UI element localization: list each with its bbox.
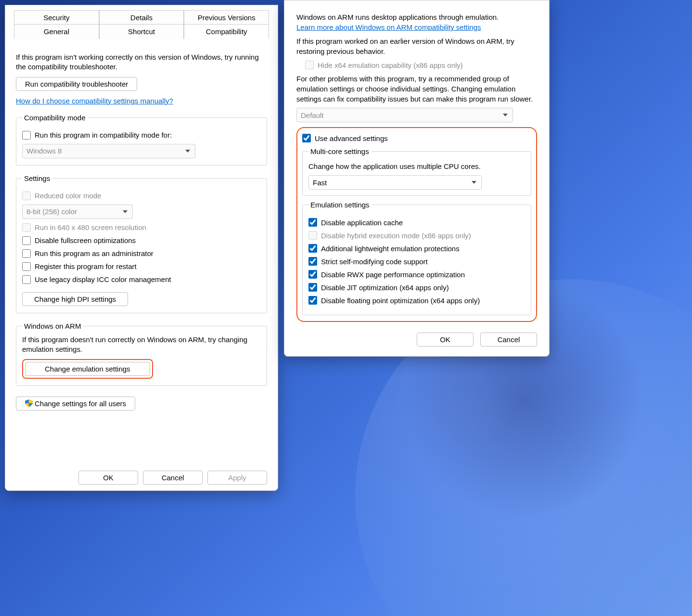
multicore-legend: Multi-core settings <box>308 147 371 155</box>
compatibility-mode-group: Compatibility mode Run this program in c… <box>16 114 267 166</box>
emulation-dialog-footer: OK Cancel <box>296 333 537 346</box>
disable-fp-checkbox[interactable] <box>308 296 317 305</box>
disable-hybrid-label: Disable hybrid execution mode (x86 apps … <box>321 231 471 240</box>
help-link[interactable]: How do I choose compatibility settings m… <box>16 97 173 105</box>
use-advanced-label: Use advanced settings <box>315 134 388 142</box>
run-troubleshooter-button[interactable]: Run compatibility troubleshooter <box>16 77 137 91</box>
compat-mode-checkbox[interactable] <box>22 131 31 140</box>
tab-compatibility[interactable]: Compatibility <box>184 24 269 39</box>
settings-legend: Settings <box>22 174 52 182</box>
reduced-color-label: Reduced color mode <box>35 192 101 200</box>
emulation-cancel-button[interactable]: Cancel <box>480 333 537 346</box>
run-as-admin-label: Run this program as an administrator <box>35 249 154 257</box>
change-settings-all-users-button[interactable]: Change settings for all users <box>16 397 135 411</box>
disable-jit-label: Disable JIT optimization (x64 apps only) <box>321 283 449 292</box>
disable-app-cache-checkbox[interactable] <box>308 218 317 227</box>
all-users-label: Change settings for all users <box>35 399 126 408</box>
color-depth-value: 8-bit (256) color <box>26 207 77 216</box>
other-problems-text: For other problems with this program, tr… <box>296 74 537 104</box>
color-depth-combo: 8-bit (256) color <box>22 205 133 219</box>
disable-fp-label: Disable floating point optimization (x64… <box>321 296 480 305</box>
emulation-legend: Emulation settings <box>308 201 372 209</box>
apply-button[interactable]: Apply <box>207 471 267 485</box>
additional-protections-label: Additional lightweight emulation protect… <box>321 244 460 253</box>
tab-details[interactable]: Details <box>99 10 184 25</box>
compat-mode-label: Run this program in compatibility mode f… <box>35 131 172 139</box>
reduced-color-checkbox <box>22 192 31 200</box>
emulation-ok-button[interactable]: OK <box>417 333 474 346</box>
tab-previous-versions[interactable]: Previous Versions <box>184 10 269 25</box>
use-advanced-checkbox[interactable] <box>302 134 311 142</box>
strict-smc-checkbox[interactable] <box>308 257 317 266</box>
run-as-admin-checkbox[interactable] <box>22 249 31 258</box>
tab-strip: Security Details Previous Versions Gener… <box>14 5 269 39</box>
strict-smc-label: Strict self-modifying code support <box>321 257 428 266</box>
disable-jit-checkbox[interactable] <box>308 283 317 292</box>
preset-combo[interactable]: Default <box>296 108 513 122</box>
disable-hybrid-checkbox <box>308 231 317 240</box>
arm-text: If this program doesn't run correctly on… <box>22 335 261 355</box>
compatibility-mode-legend: Compatibility mode <box>22 114 88 122</box>
register-restart-label: Register this program for restart <box>35 262 137 270</box>
multicore-desc: Change how the application uses multiple… <box>308 162 525 170</box>
settings-group: Settings Reduced color mode 8-bit (256) … <box>16 174 267 313</box>
emulation-settings-group: Emulation settings Disable application c… <box>302 201 531 315</box>
disable-rwx-checkbox[interactable] <box>308 270 317 279</box>
hide-x64-label: Hide x64 emulation capability (x86 apps … <box>318 61 463 69</box>
ok-button[interactable]: OK <box>78 471 138 485</box>
tab-general[interactable]: General <box>14 24 99 39</box>
arm-intro-text: Windows on ARM runs desktop applications… <box>296 12 537 32</box>
change-high-dpi-button[interactable]: Change high DPI settings <box>22 292 128 306</box>
disable-fullscreen-label: Disable fullscreen optimizations <box>35 236 136 244</box>
arm-legend: Windows on ARM <box>22 322 83 330</box>
disable-rwx-label: Disable RWX page performance optimizatio… <box>321 270 465 279</box>
run-640-label: Run in 640 x 480 screen resolution <box>35 223 146 231</box>
compat-os-combo[interactable]: Windows 8 <box>22 144 195 158</box>
intro-text: If this program isn't working correctly … <box>16 52 267 72</box>
cancel-button[interactable]: Cancel <box>143 471 203 485</box>
additional-protections-checkbox[interactable] <box>308 244 317 253</box>
multicore-group: Multi-core settings Change how the appli… <box>302 147 531 196</box>
preset-combo-value: Default <box>301 111 324 119</box>
tab-shortcut[interactable]: Shortcut <box>99 24 184 39</box>
restore-behavior-text: If this program worked on an earlier ver… <box>296 36 537 56</box>
compat-os-combo-value: Windows 8 <box>26 147 62 155</box>
learn-more-link[interactable]: Learn more about Windows on ARM compatib… <box>296 22 481 32</box>
shield-icon <box>25 399 33 407</box>
tab-security[interactable]: Security <box>14 10 99 25</box>
run-640-checkbox <box>22 223 31 232</box>
register-restart-checkbox[interactable] <box>22 262 31 271</box>
disable-app-cache-label: Disable application cache <box>321 218 403 227</box>
disable-fullscreen-checkbox[interactable] <box>22 236 31 245</box>
highlight-annotation: Change emulation settings <box>22 359 153 379</box>
change-emulation-settings-button[interactable]: Change emulation settings <box>25 362 150 376</box>
legacy-icc-checkbox[interactable] <box>22 275 31 284</box>
advanced-highlight-annotation: Use advanced settings Multi-core setting… <box>296 127 537 322</box>
dialog-footer: OK Cancel Apply <box>78 471 267 485</box>
multicore-combo[interactable]: Fast <box>308 175 482 190</box>
hide-x64-checkbox <box>305 61 314 69</box>
compatibility-tab-content: If this program isn't working correctly … <box>5 39 278 413</box>
properties-dialog: Security Details Previous Versions Gener… <box>5 5 278 491</box>
windows-on-arm-group: Windows on ARM If this program doesn't r… <box>16 322 267 386</box>
legacy-icc-label: Use legacy display ICC color management <box>35 275 171 283</box>
multicore-combo-value: Fast <box>313 179 327 187</box>
emulation-settings-dialog: Windows on ARM runs desktop applications… <box>284 0 550 357</box>
